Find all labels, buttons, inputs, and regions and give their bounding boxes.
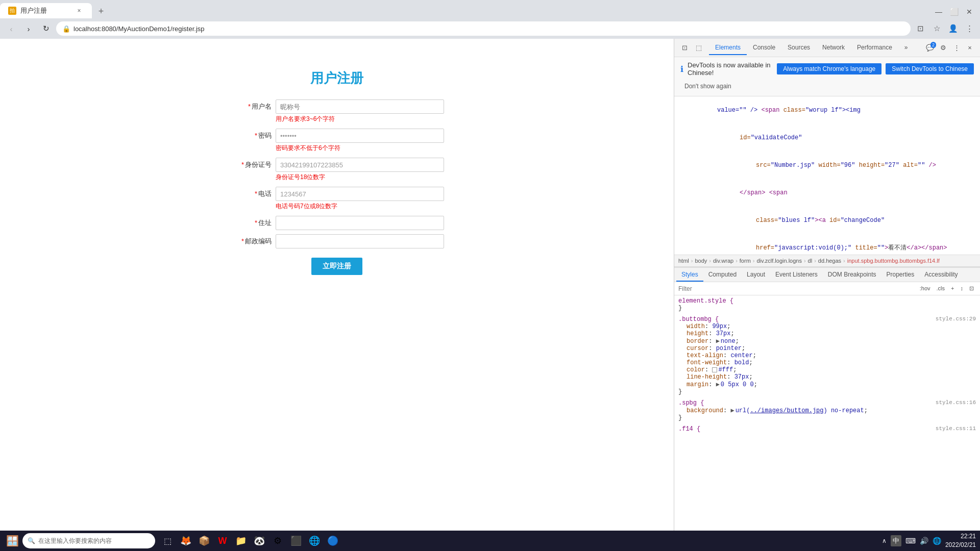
breadcrumb-dd-hegas[interactable]: dd.hegas [818, 258, 841, 264]
taskbar-icon-folder[interactable]: 📁 [233, 533, 249, 549]
breadcrumb-html[interactable]: html [678, 258, 689, 264]
taskbar-volume-icon[interactable]: 🔊 [920, 537, 928, 545]
devtools-topbar: ⊡ ⬚ Elements Console Sources Network Per… [674, 39, 980, 57]
sub-tab-dom-breakpoints[interactable]: DOM Breakpoints [823, 268, 881, 282]
toggle-visibility[interactable]: ↕ [959, 284, 966, 293]
devtools-inspect-button[interactable]: ⊡ [678, 42, 691, 54]
cast-button[interactable]: ⊡ [914, 22, 927, 35]
more-button[interactable]: ⋮ [963, 22, 976, 35]
taskbar: 🪟 🔍 在这里输入你要搜索的内容 ⬚ 🦊 📦 W 📁 🐼 ⚙ ⬛ 🌐 🔵 ∧ 中… [0, 531, 980, 551]
devtools-chat-button[interactable]: 💬 2 [924, 42, 936, 54]
taskbar-network-icon[interactable]: 🌐 [933, 537, 941, 545]
breadcrumb-body[interactable]: body [695, 258, 707, 264]
taskbar-icon-chrome[interactable]: 🔵 [325, 533, 341, 549]
tab-console[interactable]: Console [747, 41, 781, 55]
tab-title: 用户注册 [20, 6, 47, 15]
breadcrumb-form[interactable]: form [740, 258, 751, 264]
reload-button[interactable]: ↻ [39, 21, 53, 36]
taskbar-keyboard-icon[interactable]: ⌨ [905, 537, 916, 545]
tab-more[interactable]: » [898, 41, 914, 55]
color-swatch [712, 367, 717, 372]
zipcode-row: 邮政编码 [230, 234, 444, 248]
tab-sources[interactable]: Sources [781, 41, 816, 55]
taskbar-icon-view[interactable]: ⬚ [159, 533, 176, 549]
back-button[interactable]: ‹ [4, 21, 18, 36]
devtools-more-button[interactable]: ⋮ [950, 42, 963, 54]
phone-input[interactable] [276, 187, 444, 201]
idcard-input[interactable] [276, 158, 444, 172]
browser-window: 拍 用户注册 × + — ⬜ ✕ ‹ › ↻ 🔒 localhost:8080/… [0, 0, 980, 551]
breadcrumb-div-zclf[interactable]: div.zclf.login.logns [756, 258, 801, 264]
password-hint: 密码要求不低于6个字符 [276, 144, 444, 153]
css-prop-width: width: 99px; [678, 323, 976, 330]
taskbar-icon-panda[interactable]: 🐼 [251, 533, 267, 549]
layout-icon[interactable]: ⊡ [967, 284, 976, 293]
minimize-button[interactable]: — [932, 5, 945, 18]
maximize-button[interactable]: ⬜ [947, 5, 961, 18]
sub-tab-computed[interactable]: Computed [703, 268, 742, 282]
tab-close-button[interactable]: × [75, 6, 84, 15]
add-rule-button[interactable]: + [949, 284, 956, 293]
address-bar[interactable]: 🔒 localhost:8080/MyAuctionDemo1/register… [56, 21, 911, 36]
hov-toggle[interactable]: :hov [918, 284, 933, 293]
phone-label: 电话 [230, 189, 276, 198]
phone-row: 电话 [230, 187, 444, 201]
taskbar-icon-settings[interactable]: ⚙ [270, 533, 286, 549]
taskbar-icon-w[interactable]: W [214, 533, 231, 549]
banner-switch-language-button[interactable]: Switch DevTools to Chinese [886, 63, 974, 74]
submit-button[interactable]: 立即注册 [311, 258, 362, 275]
password-input[interactable] [276, 129, 444, 143]
sub-tab-styles[interactable]: Styles [676, 268, 703, 282]
taskbar-icon-browser[interactable]: 🌐 [306, 533, 323, 549]
tab-network[interactable]: Network [816, 41, 851, 55]
css-selector-buttombg: .buttombg { style.css:29 [678, 316, 976, 323]
tab-elements[interactable]: Elements [709, 41, 747, 55]
breadcrumb-div-wrap[interactable]: div.wrap [713, 258, 733, 264]
taskbar-right-area: ∧ 中 ⌨ 🔊 🌐 22:21 2022/02/21 [882, 532, 976, 549]
active-tab[interactable]: 拍 用户注册 × [0, 3, 92, 18]
sub-tab-accessibility[interactable]: Accessibility [919, 268, 963, 282]
breadcrumb-input-active[interactable]: input.spbg.buttombg.buttombgs.f14.lf [847, 258, 940, 264]
address-bar-row: ‹ › ↻ 🔒 localhost:8080/MyAuctionDemo1/re… [0, 18, 980, 39]
devtools-device-button[interactable]: ⬚ [693, 42, 705, 54]
username-hint: 用户名要求3~6个字符 [276, 115, 444, 123]
close-window-button[interactable]: ✕ [963, 5, 976, 18]
taskbar-sys-expand[interactable]: ∧ [882, 537, 887, 544]
new-tab-button[interactable]: + [94, 4, 108, 18]
source-text: </span> [740, 189, 765, 196]
address-row: 住址 [230, 216, 444, 230]
username-label: 用户名 [230, 102, 276, 111]
css-filter-input[interactable] [678, 285, 916, 292]
zipcode-input[interactable] [276, 234, 444, 248]
profile-button[interactable]: 👤 [946, 22, 960, 35]
url-text: localhost:8080/MyAuctionDemo1/register.j… [74, 25, 205, 33]
devtools-close-button[interactable]: × [964, 42, 976, 54]
breadcrumb-dl[interactable]: dl [808, 258, 813, 264]
taskbar-time-text: 22:21 [945, 532, 976, 541]
devtools-settings-button[interactable]: ⚙ [937, 42, 949, 54]
start-button[interactable]: 🪟 [4, 533, 20, 549]
username-input[interactable] [276, 99, 444, 114]
bookmark-button[interactable]: ☆ [930, 22, 943, 35]
taskbar-icon-ide[interactable]: ⬛ [288, 533, 304, 549]
forward-button[interactable]: › [21, 21, 36, 36]
devtools-breadcrumb: html › body › div.wrap › form › div.zclf… [674, 255, 980, 267]
banner-dismiss-button[interactable]: Don't show again [680, 81, 736, 92]
devtools-tabs: Elements Console Sources Network Perform… [707, 39, 922, 57]
taskbar-icon-files[interactable]: 📦 [196, 533, 212, 549]
css-closing-brace: } [678, 305, 976, 312]
main-content: 用户注册 用户名 用户名要求3~6个字符 密码 [0, 39, 980, 551]
taskbar-icon-firefox[interactable]: 🦊 [178, 533, 194, 549]
address-input[interactable] [276, 216, 444, 230]
taskbar-clock: 22:21 2022/02/21 [945, 532, 976, 549]
cls-toggle[interactable]: .cls [935, 284, 947, 293]
css-prop-text-align: text-align: center; [678, 352, 976, 359]
taskbar-search-bar[interactable]: 🔍 在这里输入你要搜索的内容 [22, 533, 155, 548]
sub-tab-layout[interactable]: Layout [742, 268, 770, 282]
banner-match-language-button[interactable]: Always match Chrome's language [777, 63, 881, 74]
sub-tab-event-listeners[interactable]: Event Listeners [770, 268, 823, 282]
devtools-bottom-panel: Styles Computed Layout Event Listeners D… [674, 267, 980, 440]
taskbar-ime-indicator[interactable]: 中 [891, 535, 901, 546]
tab-performance[interactable]: Performance [851, 41, 898, 55]
sub-tab-properties[interactable]: Properties [881, 268, 920, 282]
